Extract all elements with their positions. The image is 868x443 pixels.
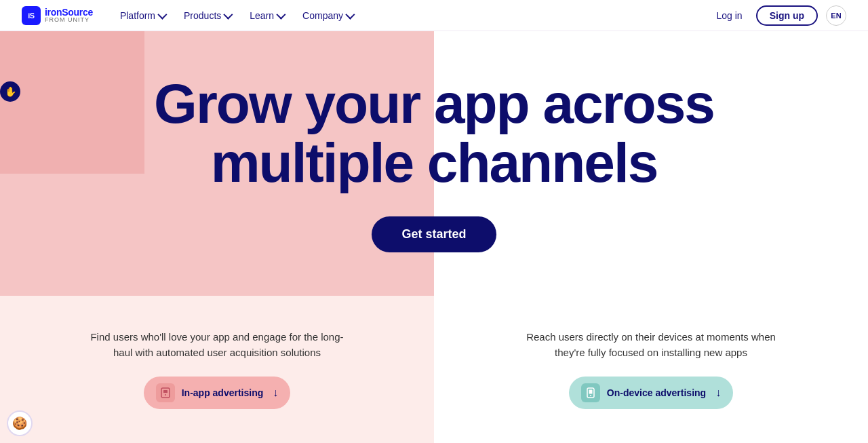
pill-arrow-icon: ↓ <box>715 387 721 399</box>
chevron-down-icon <box>276 9 285 19</box>
hero-section: Grow your app across multiple channels G… <box>0 31 868 296</box>
in-app-advertising-label: In-app advertising <box>182 387 264 398</box>
nav-learn-label: Learn <box>250 10 274 21</box>
svg-point-4 <box>590 395 591 396</box>
on-device-advertising-label: On-device advertising <box>607 387 706 398</box>
nav-item-products[interactable]: Products <box>176 6 239 25</box>
hero-title-line2: multiple channels <box>211 132 658 193</box>
nav-company-label: Company <box>302 10 343 21</box>
in-app-advertising-pill[interactable]: In-app advertising ↓ <box>144 377 291 409</box>
svg-rect-5 <box>589 390 592 394</box>
left-description: Find users who'll love your app and enga… <box>81 330 353 360</box>
nav-items: Platform Products Learn Company <box>112 6 711 25</box>
nav-right: Log in Sign up EN <box>711 5 846 26</box>
hand-icon: ✋ <box>5 86 16 97</box>
get-started-button[interactable]: Get started <box>372 216 496 252</box>
hero-content: Grow your app across multiple channels G… <box>129 75 739 252</box>
logo[interactable]: iS ironSource FROM UNITY <box>22 6 93 25</box>
nav-item-company[interactable]: Company <box>294 6 361 25</box>
hand-widget[interactable]: ✋ <box>0 81 20 102</box>
pill-arrow-icon: ↓ <box>273 387 278 399</box>
hero-title-line1: Grow your app across <box>154 73 714 134</box>
logo-name: ironSource <box>45 7 93 17</box>
svg-rect-1 <box>163 390 167 393</box>
login-link[interactable]: Log in <box>711 7 748 24</box>
bottom-left: Find users who'll love your app and enga… <box>0 296 434 443</box>
nav-platform-label: Platform <box>120 10 155 21</box>
svg-point-2 <box>165 394 166 396</box>
cookie-widget[interactable]: 🍪 <box>7 410 33 436</box>
navbar: iS ironSource FROM UNITY Platform Produc… <box>0 0 868 31</box>
hero-title: Grow your app across multiple channels <box>154 75 714 191</box>
language-button[interactable]: EN <box>826 5 846 26</box>
logo-badge: iS <box>22 6 41 25</box>
bottom-right: Reach users directly on their devices at… <box>434 296 868 443</box>
in-app-advertising-icon <box>156 383 175 402</box>
chevron-down-icon <box>224 9 233 19</box>
cookie-icon: 🍪 <box>12 416 27 431</box>
on-device-advertising-icon <box>581 383 600 402</box>
page-wrapper: Grow your app across multiple channels G… <box>0 31 868 443</box>
logo-sub: FROM UNITY <box>45 17 93 23</box>
nav-products-label: Products <box>184 10 221 21</box>
chevron-down-icon <box>157 9 167 19</box>
nav-item-platform[interactable]: Platform <box>112 6 173 25</box>
bottom-section: Find users who'll love your app and enga… <box>0 296 868 443</box>
chevron-down-icon <box>345 9 355 19</box>
signup-button[interactable]: Sign up <box>756 5 818 26</box>
on-device-advertising-pill[interactable]: On-device advertising ↓ <box>569 377 733 409</box>
hero-rect-1 <box>0 31 144 174</box>
nav-item-learn[interactable]: Learn <box>241 6 292 25</box>
right-description: Reach users directly on their devices at… <box>515 330 787 360</box>
